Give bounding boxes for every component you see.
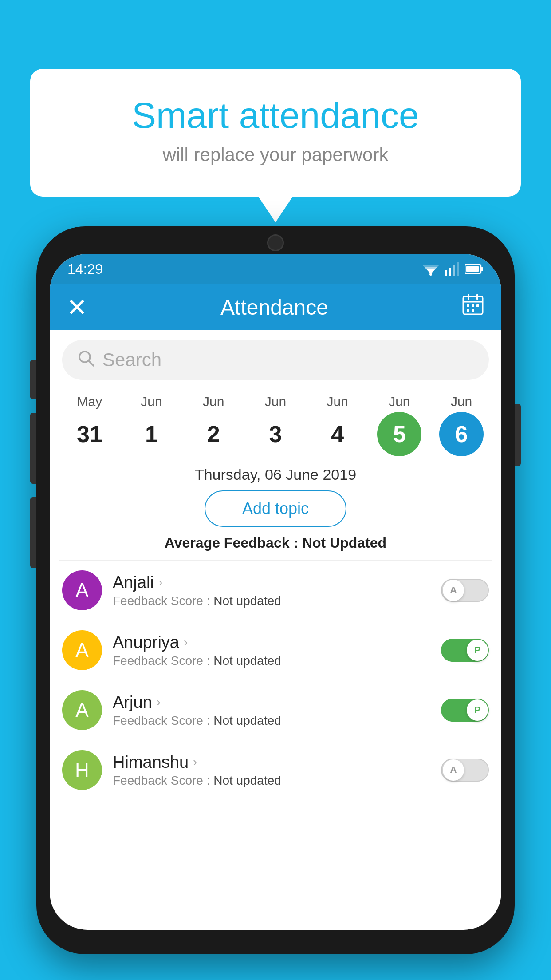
avg-feedback: Average Feedback : Not Updated [50, 535, 501, 551]
battery-icon [465, 264, 484, 274]
search-placeholder: Search [102, 349, 161, 371]
app-title: Attendance [220, 295, 328, 320]
toggle-anjali[interactable]: A [441, 579, 489, 602]
bubble-title: Smart attendance [61, 95, 490, 135]
toggle-arjun[interactable]: P [441, 699, 489, 722]
svg-rect-19 [472, 309, 474, 312]
status-icons [422, 262, 484, 276]
cal-day-1[interactable]: Jun 1 [125, 394, 178, 456]
phone-container: 14:29 [36, 226, 515, 980]
cal-day-5[interactable]: Jun 5 [373, 394, 426, 456]
status-bar: 14:29 [50, 254, 501, 284]
power-button [515, 404, 521, 466]
phone-frame: 14:29 [36, 226, 515, 954]
avatar-anupriya: A [62, 630, 102, 670]
svg-rect-5 [449, 268, 451, 276]
toggle-himanshu[interactable]: A [441, 759, 489, 782]
avatar-anjali: A [62, 570, 102, 610]
chevron-icon: › [193, 755, 197, 769]
svg-marker-2 [422, 265, 439, 274]
svg-rect-6 [453, 265, 455, 276]
svg-rect-10 [466, 266, 479, 272]
bubble-subtitle: will replace your paperwork [61, 144, 490, 166]
student-row-anupriya: A Anupriya › Feedback Score : Not update… [50, 620, 501, 680]
cal-day-6[interactable]: Jun 6 [435, 394, 488, 456]
svg-rect-13 [476, 294, 478, 300]
volume-up-button [30, 413, 36, 484]
avatar-arjun: A [62, 690, 102, 730]
student-row-anjali: A Anjali › Feedback Score : Not updated … [50, 561, 501, 620]
svg-rect-16 [472, 304, 474, 307]
chevron-icon: › [184, 635, 188, 649]
toggle-anupriya[interactable]: P [441, 639, 489, 662]
svg-rect-4 [445, 270, 447, 276]
svg-rect-18 [467, 309, 469, 312]
calendar-icon[interactable] [461, 293, 484, 321]
chevron-icon: › [158, 575, 162, 589]
signal-icon [445, 262, 460, 276]
calendar-row: May 31 Jun 1 Jun 2 Jun 3 Jun 4 [50, 390, 501, 456]
speech-bubble: Smart attendance will replace your paper… [30, 69, 521, 197]
student-row-arjun: A Arjun › Feedback Score : Not updated P [50, 680, 501, 740]
student-info-anupriya: Anupriya › Feedback Score : Not updated [113, 633, 430, 668]
volume-down-button [30, 497, 36, 568]
search-bar[interactable]: Search [62, 340, 489, 380]
student-info-anjali: Anjali › Feedback Score : Not updated [113, 573, 430, 608]
app-bar: ✕ Attendance [50, 284, 501, 330]
camera-notch [267, 234, 284, 251]
svg-rect-17 [476, 304, 479, 307]
selected-date: Thursday, 06 June 2019 [50, 466, 501, 483]
student-row-himanshu: H Himanshu › Feedback Score : Not update… [50, 740, 501, 800]
add-topic-button[interactable]: Add topic [205, 490, 346, 527]
status-time: 14:29 [67, 261, 103, 277]
svg-rect-15 [467, 304, 469, 307]
student-info-arjun: Arjun › Feedback Score : Not updated [113, 693, 430, 728]
svg-rect-7 [457, 262, 459, 276]
cal-day-3[interactable]: Jun 3 [249, 394, 302, 456]
wifi-icon [422, 262, 439, 276]
cal-day-0[interactable]: May 31 [63, 394, 116, 456]
close-button[interactable]: ✕ [67, 293, 87, 322]
volume-silent-button [30, 360, 36, 399]
student-info-himanshu: Himanshu › Feedback Score : Not updated [113, 753, 430, 788]
svg-rect-12 [468, 294, 469, 300]
search-icon [78, 350, 94, 371]
cal-day-2[interactable]: Jun 2 [187, 394, 240, 456]
cal-day-4[interactable]: Jun 4 [311, 394, 364, 456]
chevron-icon: › [157, 695, 161, 709]
svg-rect-9 [481, 267, 483, 271]
avatar-himanshu: H [62, 750, 102, 790]
svg-line-21 [89, 361, 94, 366]
svg-point-3 [429, 273, 432, 276]
phone-screen: 14:29 [50, 254, 501, 930]
